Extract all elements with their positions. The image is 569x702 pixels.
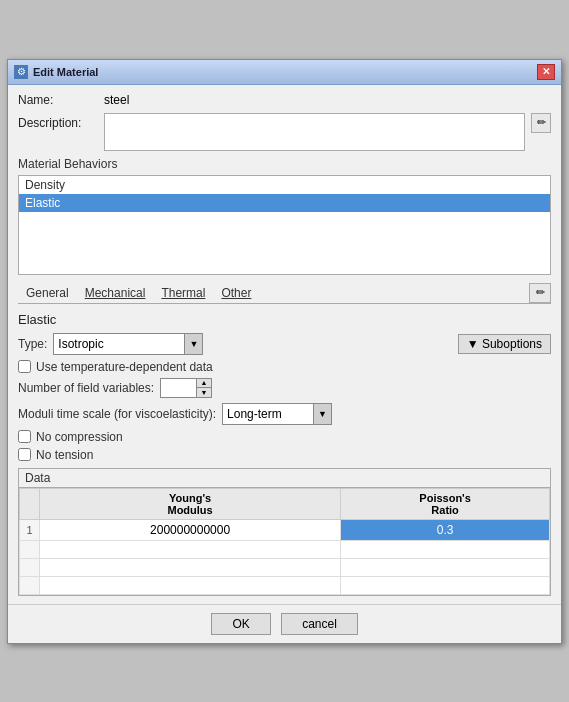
empty-col1 xyxy=(40,540,341,558)
cancel-button[interactable]: cancel xyxy=(281,613,358,635)
row-num-header xyxy=(20,488,40,519)
spinner-down[interactable]: ▼ xyxy=(197,388,211,397)
tab-general[interactable]: General xyxy=(18,283,77,303)
tab-mechanical[interactable]: Mechanical xyxy=(77,283,154,303)
description-row: Description: ✏ xyxy=(18,113,551,151)
temp-dependent-row: Use temperature-dependent data xyxy=(18,360,551,374)
empty-row-2 xyxy=(20,558,550,576)
empty-row-num xyxy=(20,540,40,558)
no-compression-checkbox[interactable] xyxy=(18,430,31,443)
material-behaviors-label: Material Behaviors xyxy=(18,157,551,171)
elastic-section: Elastic Type: Isotropic ▼ ▼ Suboptions U… xyxy=(18,312,551,596)
title-bar-left: ⚙ Edit Material xyxy=(14,65,98,79)
field-vars-spinner[interactable]: 0 ▲ ▼ xyxy=(160,378,212,398)
content-area: Name: steel Description: ✏ Material Beha… xyxy=(8,85,561,604)
no-compression-label: No compression xyxy=(36,430,123,444)
tab-other[interactable]: Other xyxy=(213,283,259,303)
data-section-header: Data xyxy=(19,469,550,488)
no-tension-checkbox[interactable] xyxy=(18,448,31,461)
window-title: Edit Material xyxy=(33,66,98,78)
empty-row-3 xyxy=(20,576,550,594)
empty-row-1 xyxy=(20,540,550,558)
name-value: steel xyxy=(104,93,129,107)
empty-col2 xyxy=(341,540,550,558)
spinner-up[interactable]: ▲ xyxy=(197,379,211,388)
col1-header: Young's Modulus xyxy=(40,488,341,519)
moduli-select-value: Long-term xyxy=(223,405,313,423)
behavior-density[interactable]: Density xyxy=(19,176,550,194)
no-tension-label: No tension xyxy=(36,448,93,462)
name-label: Name: xyxy=(18,93,98,107)
tab-thermal[interactable]: Thermal xyxy=(153,283,213,303)
youngs-modulus-cell[interactable]: 200000000000 xyxy=(40,519,341,540)
moduli-select-arrow[interactable]: ▼ xyxy=(313,404,331,424)
type-select-value: Isotropic xyxy=(54,335,184,353)
footer-bar: OK cancel xyxy=(8,604,561,643)
field-vars-label: Number of field variables: xyxy=(18,381,154,395)
moduli-row: Moduli time scale (for viscoelasticity):… xyxy=(18,403,551,425)
no-compression-row: No compression xyxy=(18,430,551,444)
table-row: 1 200000000000 0.3 xyxy=(20,519,550,540)
close-button[interactable]: ✕ xyxy=(537,64,555,80)
data-section: Data Young's Modulus Poisson's Ratio xyxy=(18,468,551,596)
tab-edit-icon[interactable]: ✏ xyxy=(529,283,551,303)
moduli-select-wrapper[interactable]: Long-term ▼ xyxy=(222,403,332,425)
suboptions-button[interactable]: ▼ Suboptions xyxy=(458,334,551,354)
col2-header: Poisson's Ratio xyxy=(341,488,550,519)
no-tension-row: No tension xyxy=(18,448,551,462)
field-vars-spinners: ▲ ▼ xyxy=(196,379,211,397)
type-select-arrow[interactable]: ▼ xyxy=(184,334,202,354)
type-select-wrapper[interactable]: Isotropic ▼ xyxy=(53,333,203,355)
row-num-1: 1 xyxy=(20,519,40,540)
name-row: Name: steel xyxy=(18,93,551,107)
behavior-elastic[interactable]: Elastic xyxy=(19,194,550,212)
data-table: Young's Modulus Poisson's Ratio 1 xyxy=(19,488,550,595)
field-vars-input[interactable]: 0 xyxy=(161,380,196,396)
type-row: Type: Isotropic ▼ ▼ Suboptions xyxy=(18,333,551,355)
window-icon: ⚙ xyxy=(14,65,28,79)
description-edit-icon[interactable]: ✏ xyxy=(531,113,551,133)
ok-button[interactable]: OK xyxy=(211,613,271,635)
description-label: Description: xyxy=(18,113,98,130)
elastic-label: Elastic xyxy=(18,312,551,327)
type-label: Type: xyxy=(18,337,47,351)
title-bar: ⚙ Edit Material ✕ xyxy=(8,60,561,85)
temp-dependent-checkbox[interactable] xyxy=(18,360,31,373)
field-vars-row: Number of field variables: 0 ▲ ▼ xyxy=(18,378,551,398)
poissons-ratio-cell[interactable]: 0.3 xyxy=(341,519,550,540)
temp-dependent-label: Use temperature-dependent data xyxy=(36,360,213,374)
edit-material-window: ⚙ Edit Material ✕ Name: steel Descriptio… xyxy=(7,59,562,644)
moduli-label: Moduli time scale (for viscoelasticity): xyxy=(18,407,216,421)
tab-bar: General Mechanical Thermal Other ✏ xyxy=(18,283,551,304)
description-input[interactable] xyxy=(104,113,525,151)
behaviors-box: Density Elastic xyxy=(18,175,551,275)
